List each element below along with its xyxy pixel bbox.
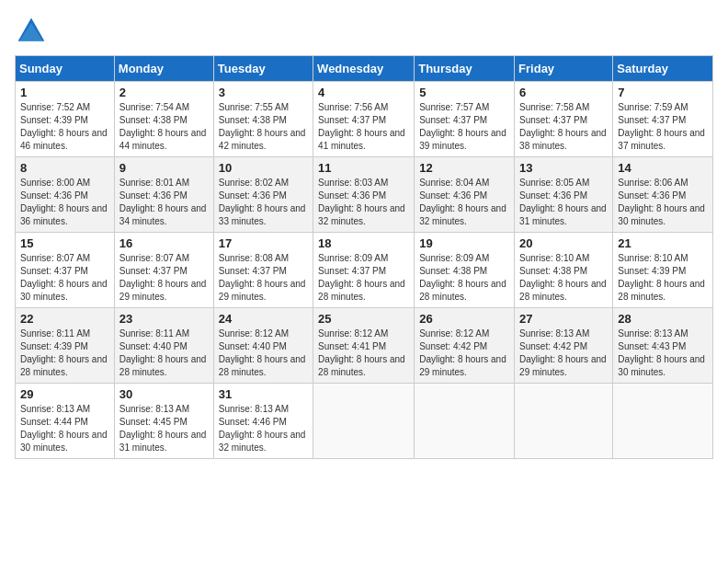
cell-text: Sunrise: 8:00 AMSunset: 4:36 PMDaylight:… (20, 178, 108, 226)
calendar-cell: 9 Sunrise: 8:01 AMSunset: 4:36 PMDayligh… (114, 157, 213, 233)
day-number: 24 (219, 312, 308, 326)
day-number: 19 (419, 236, 509, 250)
calendar-cell: 6 Sunrise: 7:58 AMSunset: 4:37 PMDayligh… (515, 82, 613, 157)
cell-text: Sunrise: 8:13 AMSunset: 4:46 PMDaylight:… (219, 404, 306, 453)
calendar-cell: 14 Sunrise: 8:06 AMSunset: 4:36 PMDaylig… (613, 157, 713, 233)
day-header-wednesday: Wednesday (313, 56, 415, 82)
calendar-week-row: 8 Sunrise: 8:00 AMSunset: 4:36 PMDayligh… (16, 157, 713, 233)
cell-text: Sunrise: 8:11 AMSunset: 4:40 PMDaylight:… (119, 328, 207, 377)
day-header-thursday: Thursday (415, 56, 515, 82)
day-number: 29 (20, 387, 109, 401)
calendar-cell: 20 Sunrise: 8:10 AMSunset: 4:38 PMDaylig… (515, 233, 613, 308)
cell-text: Sunrise: 8:03 AMSunset: 4:36 PMDaylight:… (318, 178, 405, 226)
day-number: 16 (119, 236, 209, 250)
cell-text: Sunrise: 8:11 AMSunset: 4:39 PMDaylight:… (20, 328, 108, 377)
svg-marker-1 (19, 23, 42, 41)
day-number: 17 (219, 236, 308, 250)
day-number: 4 (318, 86, 409, 99)
cell-text: Sunrise: 7:59 AMSunset: 4:37 PMDaylight:… (618, 102, 705, 151)
day-number: 9 (119, 161, 209, 175)
calendar-cell (515, 384, 613, 459)
day-number: 15 (20, 236, 109, 250)
calendar-cell: 30 Sunrise: 8:13 AMSunset: 4:45 PMDaylig… (114, 384, 213, 459)
cell-text: Sunrise: 8:07 AMSunset: 4:37 PMDaylight:… (20, 253, 108, 302)
day-number: 28 (618, 312, 708, 326)
day-number: 27 (519, 312, 608, 326)
calendar-cell: 15 Sunrise: 8:07 AMSunset: 4:37 PMDaylig… (16, 233, 115, 308)
calendar-cell: 19 Sunrise: 8:09 AMSunset: 4:38 PMDaylig… (415, 233, 515, 308)
day-number: 12 (419, 161, 509, 175)
day-number: 22 (20, 312, 109, 326)
day-number: 5 (419, 86, 509, 99)
day-header-saturday: Saturday (613, 56, 713, 82)
calendar-week-row: 29 Sunrise: 8:13 AMSunset: 4:44 PMDaylig… (16, 384, 713, 459)
calendar-cell: 21 Sunrise: 8:10 AMSunset: 4:39 PMDaylig… (613, 233, 713, 308)
cell-text: Sunrise: 8:09 AMSunset: 4:37 PMDaylight:… (318, 253, 405, 302)
calendar-table: SundayMondayTuesdayWednesdayThursdayFrid… (15, 55, 713, 459)
calendar-cell: 11 Sunrise: 8:03 AMSunset: 4:36 PMDaylig… (313, 157, 415, 233)
calendar-cell: 13 Sunrise: 8:05 AMSunset: 4:36 PMDaylig… (515, 157, 613, 233)
day-number: 11 (318, 161, 409, 175)
day-header-friday: Friday (515, 56, 613, 82)
calendar-header-row: SundayMondayTuesdayWednesdayThursdayFrid… (16, 56, 713, 82)
cell-text: Sunrise: 8:08 AMSunset: 4:37 PMDaylight:… (219, 253, 306, 302)
calendar-cell: 1 Sunrise: 7:52 AMSunset: 4:39 PMDayligh… (16, 82, 115, 157)
day-header-sunday: Sunday (16, 56, 115, 82)
day-number: 13 (519, 161, 608, 175)
day-number: 3 (219, 86, 308, 99)
logo-icon (15, 15, 48, 48)
cell-text: Sunrise: 8:02 AMSunset: 4:36 PMDaylight:… (219, 178, 306, 226)
day-number: 18 (318, 236, 409, 250)
day-number: 20 (519, 236, 608, 250)
day-number: 8 (20, 161, 109, 175)
cell-text: Sunrise: 8:13 AMSunset: 4:42 PMDaylight:… (519, 328, 607, 377)
calendar-cell: 2 Sunrise: 7:54 AMSunset: 4:38 PMDayligh… (114, 82, 213, 157)
calendar-cell: 16 Sunrise: 8:07 AMSunset: 4:37 PMDaylig… (114, 233, 213, 308)
day-header-tuesday: Tuesday (213, 56, 313, 82)
cell-text: Sunrise: 8:12 AMSunset: 4:42 PMDaylight:… (419, 328, 506, 377)
calendar-cell: 4 Sunrise: 7:56 AMSunset: 4:37 PMDayligh… (313, 82, 415, 157)
day-number: 25 (318, 312, 409, 326)
day-number: 1 (20, 86, 109, 99)
calendar-cell: 27 Sunrise: 8:13 AMSunset: 4:42 PMDaylig… (515, 308, 613, 384)
cell-text: Sunrise: 7:57 AMSunset: 4:37 PMDaylight:… (419, 102, 506, 151)
cell-text: Sunrise: 8:09 AMSunset: 4:38 PMDaylight:… (419, 253, 506, 302)
calendar-cell: 17 Sunrise: 8:08 AMSunset: 4:37 PMDaylig… (213, 233, 313, 308)
cell-text: Sunrise: 7:58 AMSunset: 4:37 PMDaylight:… (519, 102, 607, 151)
calendar-cell: 22 Sunrise: 8:11 AMSunset: 4:39 PMDaylig… (16, 308, 115, 384)
calendar-week-row: 22 Sunrise: 8:11 AMSunset: 4:39 PMDaylig… (16, 308, 713, 384)
day-number: 26 (419, 312, 509, 326)
day-number: 7 (618, 86, 708, 99)
cell-text: Sunrise: 8:13 AMSunset: 4:45 PMDaylight:… (119, 404, 207, 453)
calendar-cell: 12 Sunrise: 8:04 AMSunset: 4:36 PMDaylig… (415, 157, 515, 233)
cell-text: Sunrise: 8:13 AMSunset: 4:43 PMDaylight:… (618, 328, 705, 377)
calendar-cell: 3 Sunrise: 7:55 AMSunset: 4:38 PMDayligh… (213, 82, 313, 157)
calendar-cell: 5 Sunrise: 7:57 AMSunset: 4:37 PMDayligh… (415, 82, 515, 157)
cell-text: Sunrise: 8:06 AMSunset: 4:36 PMDaylight:… (618, 178, 705, 226)
cell-text: Sunrise: 8:04 AMSunset: 4:36 PMDaylight:… (419, 178, 506, 226)
calendar-cell (613, 384, 713, 459)
calendar-cell (313, 384, 415, 459)
calendar-cell: 31 Sunrise: 8:13 AMSunset: 4:46 PMDaylig… (213, 384, 313, 459)
day-number: 31 (219, 387, 308, 401)
cell-text: Sunrise: 8:10 AMSunset: 4:38 PMDaylight:… (519, 253, 607, 302)
cell-text: Sunrise: 8:05 AMSunset: 4:36 PMDaylight:… (519, 178, 607, 226)
day-number: 21 (618, 236, 708, 250)
calendar-cell: 7 Sunrise: 7:59 AMSunset: 4:37 PMDayligh… (613, 82, 713, 157)
cell-text: Sunrise: 8:10 AMSunset: 4:39 PMDaylight:… (618, 253, 705, 302)
calendar-cell: 18 Sunrise: 8:09 AMSunset: 4:37 PMDaylig… (313, 233, 415, 308)
day-number: 23 (119, 312, 209, 326)
day-number: 14 (618, 161, 708, 175)
cell-text: Sunrise: 7:54 AMSunset: 4:38 PMDaylight:… (119, 102, 207, 151)
day-number: 6 (519, 86, 608, 99)
logo (15, 15, 51, 48)
cell-text: Sunrise: 8:12 AMSunset: 4:40 PMDaylight:… (219, 328, 306, 377)
cell-text: Sunrise: 8:07 AMSunset: 4:37 PMDaylight:… (119, 253, 207, 302)
cell-text: Sunrise: 8:13 AMSunset: 4:44 PMDaylight:… (20, 404, 108, 453)
calendar-cell: 29 Sunrise: 8:13 AMSunset: 4:44 PMDaylig… (16, 384, 115, 459)
calendar-cell: 24 Sunrise: 8:12 AMSunset: 4:40 PMDaylig… (213, 308, 313, 384)
day-number: 2 (119, 86, 209, 99)
calendar-cell: 23 Sunrise: 8:11 AMSunset: 4:40 PMDaylig… (114, 308, 213, 384)
page-header (15, 15, 713, 48)
calendar-week-row: 15 Sunrise: 8:07 AMSunset: 4:37 PMDaylig… (16, 233, 713, 308)
